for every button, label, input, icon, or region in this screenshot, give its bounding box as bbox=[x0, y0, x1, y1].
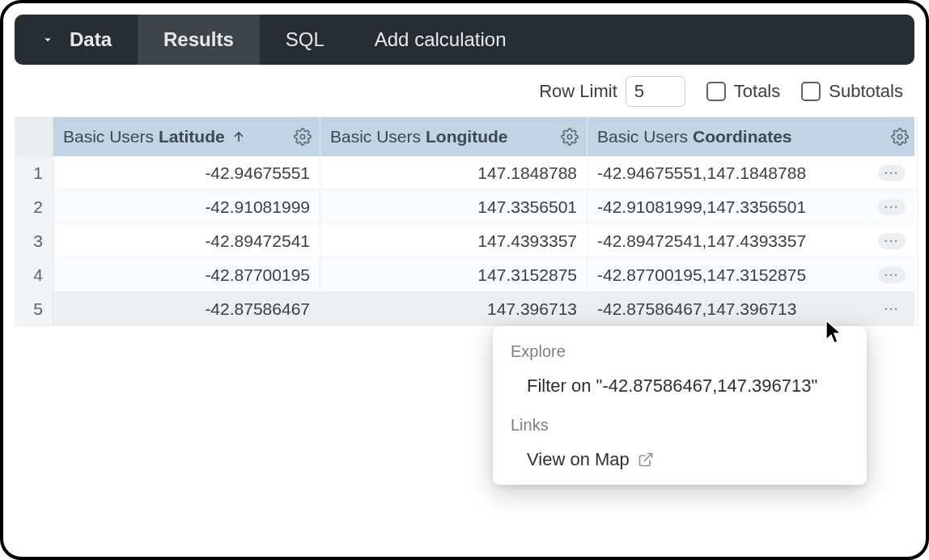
external-link-icon bbox=[638, 452, 654, 468]
cell-longitude[interactable]: 147.1848788 bbox=[320, 156, 588, 190]
gear-icon[interactable] bbox=[891, 128, 909, 146]
cell-value: -42.91081999,147.3356501 bbox=[597, 197, 806, 217]
ellipsis-icon[interactable]: ··· bbox=[878, 267, 906, 283]
cell-longitude[interactable]: 147.3356501 bbox=[320, 190, 588, 224]
checkbox-box-icon bbox=[801, 82, 821, 101]
tab-bar: Data Results SQL Add calculation bbox=[15, 15, 914, 65]
tab-results[interactable]: Results bbox=[138, 15, 260, 65]
menu-item-label: View on Map bbox=[527, 449, 630, 470]
ellipsis-icon[interactable]: ··· bbox=[878, 165, 906, 181]
column-longitude[interactable]: Basic Users Longitude bbox=[320, 117, 588, 156]
tab-label: Results bbox=[163, 28, 234, 51]
menu-item-view-on-map[interactable]: View on Map bbox=[493, 439, 867, 482]
column-field: Latitude bbox=[159, 127, 225, 146]
checkbox-box-icon bbox=[706, 82, 726, 101]
column-field: Coordinates bbox=[693, 127, 792, 146]
ellipsis-icon[interactable]: ··· bbox=[878, 301, 906, 317]
cell-value: -42.89472541,147.4393357 bbox=[597, 231, 806, 251]
column-group: Basic Users bbox=[330, 127, 421, 146]
svg-point-2 bbox=[567, 134, 572, 139]
row-limit-control: Row Limit bbox=[539, 76, 685, 107]
table-header-row: Basic Users Latitude Basic Users Longitu… bbox=[15, 117, 914, 156]
sort-asc-icon bbox=[231, 129, 246, 144]
results-table: Basic Users Latitude Basic Users Longitu… bbox=[15, 117, 914, 326]
app-frame: Data Results SQL Add calculation Row Lim… bbox=[0, 0, 929, 560]
column-group: Basic Users bbox=[63, 127, 154, 146]
svg-line-4 bbox=[644, 454, 651, 461]
ellipsis-icon[interactable]: ··· bbox=[878, 233, 906, 249]
table-row: 1 -42.94675551 147.1848788 -42.94675551,… bbox=[15, 156, 914, 190]
cell-context-menu: Explore Filter on "-42.87586467,147.3967… bbox=[493, 326, 867, 485]
cell-latitude[interactable]: -42.91081999 bbox=[53, 190, 320, 224]
cell-longitude[interactable]: 147.4393357 bbox=[320, 224, 588, 258]
totals-label: Totals bbox=[734, 81, 780, 102]
cell-longitude[interactable]: 147.396713 bbox=[320, 292, 588, 326]
cell-coordinates[interactable]: -42.87700195,147.3152875 ··· bbox=[588, 258, 918, 292]
tab-add-calculation[interactable]: Add calculation bbox=[355, 23, 526, 57]
subtotals-label: Subtotals bbox=[829, 81, 903, 102]
menu-item-label: Filter on "-42.87586467,147.396713" bbox=[527, 375, 817, 397]
cell-coordinates[interactable]: -42.91081999,147.3356501 ··· bbox=[588, 190, 918, 224]
table-row: 4 -42.87700195 147.3152875 -42.87700195,… bbox=[15, 258, 914, 292]
gear-icon[interactable] bbox=[561, 128, 579, 146]
cell-latitude[interactable]: -42.87700195 bbox=[53, 258, 320, 292]
row-number: 3 bbox=[15, 224, 53, 258]
table-row: 3 -42.89472541 147.4393357 -42.89472541,… bbox=[15, 224, 914, 258]
tab-data[interactable]: Data bbox=[15, 15, 138, 65]
cell-longitude[interactable]: 147.3152875 bbox=[320, 258, 588, 292]
column-coordinates[interactable]: Basic Users Coordinates bbox=[588, 117, 918, 156]
svg-point-3 bbox=[897, 134, 902, 139]
row-number: 5 bbox=[15, 292, 53, 326]
cell-coordinates[interactable]: -42.94675551,147.1848788 ··· bbox=[588, 156, 918, 190]
cell-value: -42.87586467,147.396713 bbox=[597, 299, 796, 319]
cell-value: -42.87700195,147.3152875 bbox=[597, 265, 806, 285]
table-row: 2 -42.91081999 147.3356501 -42.91081999,… bbox=[15, 190, 914, 224]
ellipsis-icon[interactable]: ··· bbox=[878, 199, 906, 215]
cell-latitude[interactable]: -42.94675551 bbox=[53, 156, 320, 190]
subtotals-checkbox[interactable]: Subtotals bbox=[801, 81, 903, 102]
column-row-number bbox=[15, 117, 53, 156]
cell-latitude[interactable]: -42.89472541 bbox=[53, 224, 320, 258]
row-number: 2 bbox=[15, 190, 53, 224]
column-group: Basic Users bbox=[597, 127, 688, 146]
caret-down-icon bbox=[40, 32, 55, 47]
table-row: 5 -42.87586467 147.396713 -42.87586467,1… bbox=[15, 292, 914, 326]
tab-label: Data bbox=[70, 28, 112, 51]
results-toolbar: Row Limit Totals Subtotals bbox=[15, 65, 914, 117]
row-limit-input[interactable] bbox=[626, 76, 685, 107]
row-number: 4 bbox=[15, 258, 53, 292]
gear-icon[interactable] bbox=[294, 128, 312, 146]
menu-section-links: Links bbox=[493, 408, 867, 439]
cell-latitude[interactable]: -42.87586467 bbox=[53, 292, 320, 326]
menu-section-explore: Explore bbox=[493, 334, 867, 366]
tab-sql[interactable]: SQL bbox=[260, 15, 350, 65]
cell-coordinates[interactable]: -42.87586467,147.396713 ··· bbox=[588, 292, 918, 326]
tab-label: Add calculation bbox=[375, 28, 507, 51]
cell-coordinates[interactable]: -42.89472541,147.4393357 ··· bbox=[588, 224, 918, 258]
row-limit-label: Row Limit bbox=[539, 81, 617, 102]
totals-checkbox[interactable]: Totals bbox=[706, 81, 780, 102]
tab-label: SQL bbox=[286, 28, 325, 51]
column-latitude[interactable]: Basic Users Latitude bbox=[53, 117, 320, 156]
column-field: Longitude bbox=[426, 127, 507, 146]
svg-point-1 bbox=[300, 134, 305, 139]
row-number: 1 bbox=[15, 156, 53, 190]
cell-value: -42.94675551,147.1848788 bbox=[597, 163, 806, 183]
menu-item-filter-on[interactable]: Filter on "-42.87586467,147.396713" bbox=[493, 366, 867, 408]
